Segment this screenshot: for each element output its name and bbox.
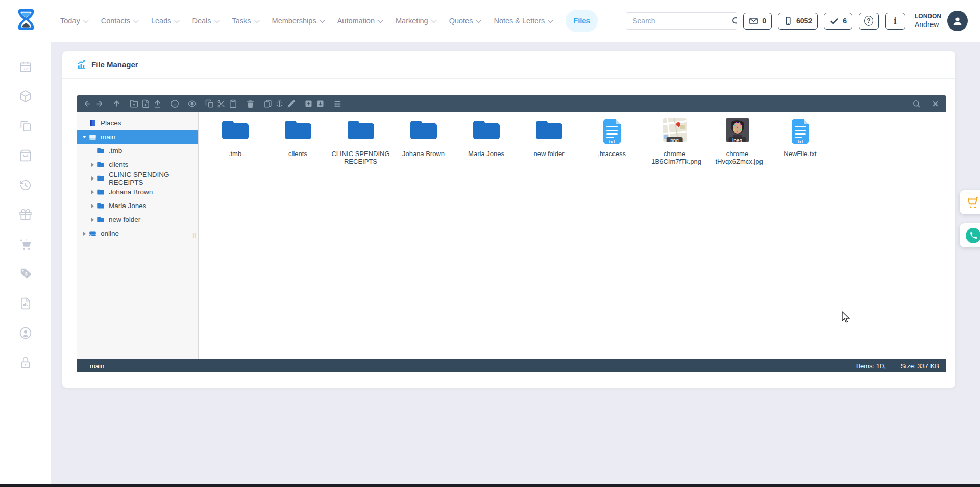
folder-icon [97, 202, 106, 210]
nav-item-marketing[interactable]: Marketing [396, 17, 435, 25]
cut-icon[interactable] [215, 98, 227, 110]
nav-item-tasks[interactable]: Tasks [232, 17, 258, 25]
file-item-clinic-spending-receipts[interactable]: CLINIC SPENDING RECEIPTS [329, 115, 392, 166]
screen-bottom-edge [0, 484, 980, 487]
mail-count: 0 [762, 17, 766, 25]
edit-pencil-icon[interactable] [285, 98, 297, 110]
sidebar-lock-icon[interactable] [18, 355, 33, 370]
chevron-down-icon [83, 17, 88, 23]
caret-right-icon[interactable] [91, 204, 94, 208]
caret-right-icon[interactable] [91, 190, 94, 194]
caret-right-icon[interactable] [91, 218, 94, 222]
nav-item-automation[interactable]: Automation [337, 17, 382, 25]
file-item-johana-brown[interactable]: Johana Brown [392, 115, 455, 166]
nav-item-contacts[interactable]: Contacts [101, 17, 137, 25]
file-type-badge: jpeg [728, 137, 746, 142]
sidebar-report-icon[interactable] [18, 296, 33, 311]
new-file-icon[interactable] [140, 98, 152, 110]
file-name: .tmb [229, 150, 241, 158]
nav-item-quotes[interactable]: Quotes [449, 17, 480, 25]
tree-clinic-spending-receipts[interactable]: CLINIC SPENDING RECEIPTS [77, 171, 198, 185]
chevron-down-icon [133, 17, 139, 23]
nav-item-memberships[interactable]: Memberships [272, 17, 324, 25]
file-item-chrome-png[interactable]: png chrome _1B6CIm7fTk.png [643, 115, 706, 166]
toolbar-close-icon[interactable] [929, 98, 941, 110]
file-item-maria-jones[interactable]: Maria Jones [455, 115, 518, 166]
cart-icon [966, 196, 979, 209]
tree-online[interactable]: online [77, 226, 198, 240]
tree-label: CLINIC SPENDING RECEIPTS [109, 171, 198, 186]
sidebar-gift-icon[interactable] [18, 208, 33, 222]
tasks-counter-button[interactable]: 6 [824, 13, 852, 30]
app-logo[interactable] [14, 8, 39, 34]
search-input[interactable] [626, 17, 731, 25]
sidebar-account-icon[interactable] [18, 326, 33, 340]
preview-eye-icon[interactable] [186, 98, 198, 110]
rename-icon[interactable] [274, 98, 285, 110]
duplicate-icon[interactable] [262, 98, 274, 110]
folder-icon [97, 216, 106, 223]
sidebar-shopping-bag-icon[interactable] [18, 148, 33, 163]
sidebar-copy-icon[interactable] [18, 119, 33, 133]
whatsapp-floating-button[interactable] [960, 223, 980, 247]
caret-right-icon[interactable] [91, 163, 94, 167]
nav-item-notes-letters[interactable]: Notes & Letters [494, 17, 552, 25]
delete-trash-icon[interactable] [244, 98, 256, 110]
user-avatar[interactable] [947, 11, 968, 31]
upload-icon[interactable] [152, 98, 163, 110]
tree-places[interactable]: Places [77, 116, 198, 130]
check-icon [829, 16, 839, 26]
new-folder-icon[interactable] [128, 98, 140, 110]
tree-new-folder[interactable]: new folder [77, 213, 198, 226]
file-item-htaccess[interactable]: txt .htaccess [580, 115, 643, 166]
extract-icon[interactable] [314, 98, 326, 110]
archive-icon[interactable] [303, 98, 314, 110]
nav-item-deals[interactable]: Deals [192, 17, 218, 25]
sidebar-history-icon[interactable] [18, 178, 33, 192]
tree-johana-brown[interactable]: Johana Brown [77, 185, 198, 199]
tree-resize-handle[interactable]: || [192, 232, 197, 238]
card-header: File Manager [62, 51, 955, 79]
caret-down-icon[interactable] [82, 136, 86, 138]
help-button[interactable]: ? [859, 13, 879, 30]
tree-label: online [101, 229, 119, 237]
search-button[interactable] [731, 13, 737, 29]
tree-clients[interactable]: clients [77, 158, 198, 171]
caret-right-icon[interactable] [91, 176, 94, 181]
tree-main[interactable]: main [77, 130, 198, 144]
tree-label: clients [109, 161, 128, 168]
svg-text:txt: txt [609, 139, 615, 144]
chevron-down-icon [476, 17, 481, 23]
file-item-clients[interactable]: clients [266, 115, 329, 166]
paste-icon[interactable] [227, 98, 239, 110]
file-item-newfile-txt[interactable]: txt NewFile.txt [769, 115, 831, 166]
file-item-chrome-jpeg[interactable]: jpeg chrome _tHvqx6Zmcx.jpg [706, 115, 769, 166]
current-path: main [90, 362, 104, 370]
info-circle-icon[interactable] [169, 98, 181, 110]
sidebar-cart-icon[interactable] [18, 237, 33, 251]
phone-count: 6052 [796, 17, 812, 25]
question-mark-icon: ? [864, 16, 873, 26]
info-button[interactable]: i [885, 13, 905, 30]
sidebar-package-icon[interactable] [18, 89, 33, 104]
file-item-new-folder[interactable]: new folder [518, 115, 580, 166]
file-item-tmb[interactable]: .tmb [204, 115, 266, 166]
toolbar-search-icon[interactable] [911, 98, 922, 110]
cart-floating-button[interactable] [960, 190, 980, 214]
back-icon[interactable] [82, 98, 93, 110]
mail-counter-button[interactable]: 0 [743, 13, 772, 30]
sidebar-calendar-icon[interactable]: 12 [18, 60, 33, 74]
tree-maria-jones[interactable]: Maria Jones [77, 199, 198, 213]
tree-tmb[interactable]: .tmb [77, 144, 198, 158]
nav-item-today[interactable]: Today [60, 17, 87, 25]
list-view-icon[interactable] [332, 98, 344, 110]
nav-label: Automation [337, 17, 375, 25]
copy-icon[interactable] [204, 98, 215, 110]
sidebar-price-tag-icon[interactable]: $ [18, 267, 33, 281]
nav-item-leads[interactable]: Leads [151, 17, 179, 25]
up-directory-icon[interactable] [111, 98, 122, 110]
nav-item-files[interactable]: Files [566, 10, 598, 32]
forward-icon[interactable] [93, 98, 105, 110]
phone-counter-button[interactable]: 6052 [778, 13, 818, 30]
caret-right-icon[interactable] [83, 232, 86, 236]
